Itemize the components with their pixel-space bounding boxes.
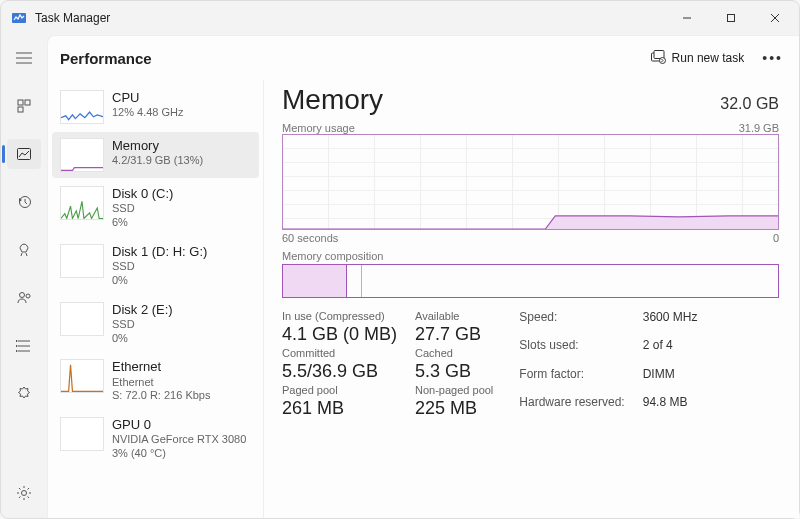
- x-left: 60 seconds: [282, 232, 338, 244]
- resource-list[interactable]: CPU12% 4.48 GHz Memory4.2/31.9 GB (13%) …: [48, 80, 264, 518]
- close-button[interactable]: [753, 3, 797, 33]
- svg-point-16: [26, 294, 30, 298]
- memory-composition-chart: [282, 264, 779, 298]
- disk2-sparkline: [60, 302, 104, 336]
- nav-details[interactable]: [7, 331, 41, 361]
- topbar: Performance Run new task •••: [48, 36, 799, 80]
- detail-pane: Memory 32.0 GB Memory usage31.9 GB 60 se…: [264, 80, 799, 518]
- cpu-sparkline: [60, 90, 104, 124]
- hwreserved-value: 94.8 MB: [643, 395, 698, 419]
- nav-rail: [1, 35, 47, 518]
- sidebar-item-disk2[interactable]: Disk 2 (E:)SSD0%: [52, 296, 259, 352]
- sidebar-item-gpu0[interactable]: GPU 0NVIDIA GeForce RTX 30803% (40 °C): [52, 411, 259, 467]
- inuse-value: 4.1 GB (0 MB): [282, 324, 397, 345]
- run-task-icon: [650, 49, 666, 68]
- slots-value: 2 of 4: [643, 338, 698, 362]
- svg-point-15: [20, 293, 25, 298]
- svg-line-31: [28, 488, 30, 490]
- disk0-sparkline: [60, 186, 104, 220]
- window-title: Task Manager: [35, 11, 110, 25]
- svg-rect-2: [728, 15, 735, 22]
- nav-history[interactable]: [7, 187, 41, 217]
- svg-line-28: [19, 488, 21, 490]
- committed-value: 5.5/36.9 GB: [282, 361, 397, 382]
- cached-value: 5.3 GB: [415, 361, 493, 382]
- svg-rect-8: [18, 100, 23, 105]
- sidebar-item-disk0[interactable]: Disk 0 (C:)SSD6%: [52, 180, 259, 236]
- svg-line-13: [21, 253, 22, 256]
- form-value: DIMM: [643, 367, 698, 391]
- memory-sparkline: [60, 138, 104, 172]
- nav-services[interactable]: [7, 379, 41, 409]
- gpu-sparkline: [60, 417, 104, 451]
- detail-title: Memory: [282, 84, 383, 116]
- page-title: Performance: [60, 50, 152, 67]
- svg-marker-35: [545, 216, 778, 229]
- svg-point-22: [16, 350, 18, 352]
- available-value: 27.7 GB: [415, 324, 493, 345]
- svg-point-20: [16, 340, 18, 342]
- run-task-label: Run new task: [672, 51, 745, 65]
- x-right: 0: [773, 232, 779, 244]
- svg-point-21: [16, 345, 18, 347]
- usage-max: 31.9 GB: [739, 122, 779, 134]
- speed-value: 3600 MHz: [643, 310, 698, 334]
- sidebar-item-disk1[interactable]: Disk 1 (D: H: G:)SSD0%: [52, 238, 259, 294]
- nav-performance[interactable]: [7, 139, 41, 169]
- usage-label: Memory usage: [282, 122, 355, 134]
- nav-startup[interactable]: [7, 235, 41, 265]
- more-button[interactable]: •••: [758, 50, 787, 66]
- run-new-task-button[interactable]: Run new task: [650, 49, 745, 68]
- nav-processes[interactable]: [7, 91, 41, 121]
- hamburger-icon[interactable]: [7, 43, 41, 73]
- stats-left: In use (Compressed) Available 4.1 GB (0 …: [282, 310, 493, 419]
- memory-usage-chart: [282, 134, 779, 230]
- svg-line-29: [28, 497, 30, 499]
- task-manager-window: Task Manager Performance: [0, 0, 800, 519]
- svg-line-30: [19, 497, 21, 499]
- svg-rect-9: [25, 100, 30, 105]
- settings-icon[interactable]: [7, 478, 41, 508]
- svg-line-14: [26, 253, 27, 256]
- sidebar-item-memory[interactable]: Memory4.2/31.9 GB (13%): [52, 132, 259, 178]
- ethernet-sparkline: [60, 359, 104, 393]
- svg-rect-10: [18, 107, 23, 112]
- sidebar-item-ethernet[interactable]: EthernetEthernetS: 72.0 R: 216 Kbps: [52, 353, 259, 409]
- memory-total: 32.0 GB: [720, 95, 779, 113]
- nav-users[interactable]: [7, 283, 41, 313]
- disk1-sparkline: [60, 244, 104, 278]
- composition-label: Memory composition: [282, 250, 779, 262]
- app-icon: [11, 10, 27, 26]
- paged-value: 261 MB: [282, 398, 397, 419]
- svg-point-23: [22, 491, 27, 496]
- sidebar-item-cpu[interactable]: CPU12% 4.48 GHz: [52, 84, 259, 130]
- titlebar[interactable]: Task Manager: [1, 1, 799, 35]
- nonpaged-value: 225 MB: [415, 398, 493, 419]
- maximize-button[interactable]: [709, 3, 753, 33]
- stats-right: Speed:3600 MHz Slots used:2 of 4 Form fa…: [519, 310, 697, 419]
- minimize-button[interactable]: [665, 3, 709, 33]
